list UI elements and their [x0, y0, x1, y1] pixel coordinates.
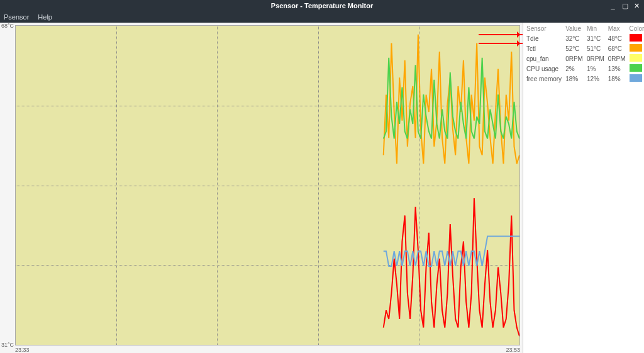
table-row[interactable]: Tdie32°C31°C48°C [525, 33, 644, 43]
sensor-value: 52°C [564, 43, 585, 53]
col-max[interactable]: Max [606, 24, 628, 33]
plot [15, 25, 520, 345]
main-content: 68°C 31°C 23:33 23:53 Sensor Value [0, 23, 644, 353]
sensor-panel: Sensor Value Min Max Color Graph Tdie32°… [523, 23, 644, 353]
sensor-min: 12% [585, 74, 606, 84]
close-icon[interactable]: ✕ [633, 3, 640, 9]
sensor-max: 18% [606, 74, 628, 84]
annotation-arrow [479, 43, 523, 44]
sensor-max: 13% [606, 64, 628, 74]
y-axis-min: 31°C [1, 342, 14, 348]
sensor-name: cpu_fan [525, 53, 564, 64]
chart-area: 68°C 31°C 23:33 23:53 [0, 23, 523, 353]
menu-psensor[interactable]: Psensor [4, 13, 29, 21]
sensor-color [628, 64, 644, 74]
col-min[interactable]: Min [585, 24, 606, 33]
col-color[interactable]: Color [628, 24, 644, 33]
sensor-value: 0RPM [564, 53, 585, 64]
window-title: Psensor - Temperature Monitor [271, 2, 373, 9]
col-value[interactable]: Value [564, 24, 585, 33]
sensor-color [628, 33, 644, 43]
window-controls: _ ▢ ✕ [609, 0, 640, 11]
sensor-value: 2% [564, 64, 585, 74]
menubar: Psensor Help [0, 11, 644, 23]
sensor-value: 18% [564, 74, 585, 84]
col-sensor[interactable]: Sensor [525, 24, 564, 33]
menu-help[interactable]: Help [38, 13, 52, 21]
sensor-max: 48°C [606, 33, 628, 43]
sensor-name: free memory [525, 74, 564, 84]
sensor-min: 0RPM [585, 53, 606, 64]
minimize-icon[interactable]: _ [609, 3, 616, 9]
plot-svg [16, 26, 519, 345]
sensor-min: 1% [585, 64, 606, 74]
annotation-arrow [479, 34, 523, 35]
x-axis-max: 23:53 [506, 347, 520, 353]
table-header-row: Sensor Value Min Max Color Graph [525, 24, 644, 33]
series-Tdie [384, 198, 519, 336]
sensor-max: 68°C [606, 43, 628, 53]
sensor-color [628, 74, 644, 84]
table-row[interactable]: Tctl52°C51°C68°C [525, 43, 644, 53]
sensor-name: Tctl [525, 43, 564, 53]
table-row[interactable]: free memory18%12%18% [525, 74, 644, 84]
sensor-min: 31°C [585, 33, 606, 43]
titlebar: Psensor - Temperature Monitor _ ▢ ✕ [0, 0, 644, 11]
sensor-value: 32°C [564, 33, 585, 43]
sensor-max: 0RPM [606, 53, 628, 64]
sensor-color [628, 53, 644, 64]
table-row[interactable]: cpu_fan0RPM0RPM0RPM [525, 53, 644, 64]
sensor-name: CPU usage [525, 64, 564, 74]
y-axis-max: 68°C [1, 23, 14, 29]
sensor-color [628, 43, 644, 53]
sensor-table: Sensor Value Min Max Color Graph Tdie32°… [525, 24, 644, 84]
sensor-min: 51°C [585, 43, 606, 53]
maximize-icon[interactable]: ▢ [621, 3, 628, 9]
sensor-name: Tdie [525, 33, 564, 43]
x-axis-min: 23:33 [15, 347, 30, 353]
table-row[interactable]: CPU usage2%1%13% [525, 64, 644, 74]
